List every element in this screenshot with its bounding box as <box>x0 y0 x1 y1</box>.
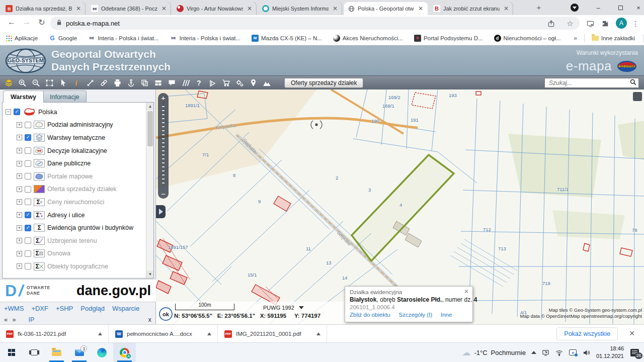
download-menu-icon[interactable] <box>316 332 320 335</box>
tray-expand-icon[interactable] <box>531 351 536 354</box>
profile-avatar[interactable]: A <box>616 18 627 29</box>
bookmark-star-icon[interactable]: ☆ <box>566 19 575 28</box>
expand-icon[interactable]: + <box>17 148 22 153</box>
tray-app-icon[interactable]: e <box>569 348 577 356</box>
measure-icon[interactable] <box>85 78 96 88</box>
sidebar-close-button[interactable]: x <box>148 316 152 323</box>
expand-icon[interactable]: + <box>17 251 22 256</box>
volume-icon[interactable] <box>583 348 591 356</box>
crs-selector[interactable]: PUWG 1992 <box>263 305 304 311</box>
layer-label[interactable]: Dane publiczne <box>47 160 91 167</box>
layers-icon[interactable] <box>3 78 14 88</box>
layer-label[interactable]: Decyzje lokalizacyjne <box>47 147 107 154</box>
bookmark-item[interactable]: intInteria - Polska i świat... <box>170 35 240 42</box>
chrome-button[interactable]: A <box>113 343 136 362</box>
weather-widget[interactable]: ☁ -1°C Pochmurnie <box>462 348 526 357</box>
scroll-down-icon[interactable]: ▼ <box>146 270 154 278</box>
edge-button[interactable] <box>91 343 113 362</box>
layer-checkbox[interactable] <box>25 134 31 141</box>
zoom-to-object-link[interactable]: Zbliż do obiektu <box>350 312 390 318</box>
layer-checkbox[interactable] <box>25 199 31 205</box>
taskbar-clock[interactable]: 18:46 01.12.2021 <box>596 345 624 360</box>
bookmarks-overflow-icon[interactable]: » <box>574 35 577 42</box>
browser-chevron-badge-icon[interactable] <box>571 4 579 12</box>
tab-informacje[interactable]: Informacje <box>42 90 87 103</box>
pager-first-icon[interactable]: « <box>4 316 8 323</box>
start-button[interactable] <box>0 343 23 362</box>
layer-checkbox[interactable] <box>25 263 31 269</box>
sidebar-link[interactable]: Podgląd <box>80 305 105 312</box>
sidebar-link[interactable]: +DXF <box>31 305 48 312</box>
select-area-icon[interactable] <box>44 78 55 88</box>
browser-tab[interactable]: BJak zrobić zrzut ekranu | Bi✕ <box>430 2 513 15</box>
bookmark-item[interactable]: dNieruchomości – ogł... <box>494 35 561 42</box>
omnibox[interactable]: polska.e-mapa.net <box>50 17 580 30</box>
map-zoom-in-icon[interactable]: + <box>158 94 169 102</box>
other-link[interactable]: Inne <box>441 312 452 318</box>
panels-icon[interactable] <box>152 78 164 88</box>
bookmark-item[interactable]: GGoogle <box>49 35 77 42</box>
search-icon[interactable] <box>630 78 636 87</box>
ok-button[interactable]: ok <box>159 307 173 321</box>
bookmark-item[interactable]: Aplikacje <box>5 35 38 42</box>
sidebar-expand-arrow[interactable] <box>156 205 166 218</box>
layer-checkbox[interactable] <box>25 237 31 244</box>
parallel-measure-icon[interactable] <box>180 78 191 88</box>
layer-label[interactable]: Ceny nieruchomości <box>47 199 104 206</box>
details-link[interactable]: Szczegóły (I) <box>399 312 432 318</box>
scroll-up-icon[interactable]: ▲ <box>146 103 154 110</box>
download-chip[interactable]: PDFIMG_20211201_0001.pdf <box>218 325 327 343</box>
expand-icon[interactable]: + <box>17 212 22 218</box>
map-viewport[interactable]: 1891/1169/2169/11901911937/189234111315/… <box>156 89 644 324</box>
expand-icon[interactable]: + <box>17 238 22 243</box>
share-icon[interactable] <box>546 19 555 28</box>
map-corner-control[interactable] <box>633 92 642 101</box>
sidebar-link[interactable]: Wsparcie <box>112 305 139 312</box>
bookmark-item[interactable]: intInteria - Polska i świat... <box>88 35 158 42</box>
tray-display-icon[interactable] <box>542 348 550 356</box>
layer-label[interactable]: Podział administracyjny <box>47 121 113 128</box>
download-icon[interactable] <box>125 78 136 88</box>
browser-tab[interactable]: Miejski System Informacji P✕ <box>259 2 342 15</box>
download-menu-icon[interactable] <box>207 332 211 335</box>
copy-icon[interactable] <box>139 78 150 88</box>
reload-icon[interactable]: ↻ <box>36 18 47 27</box>
print-icon[interactable] <box>112 78 123 88</box>
tab-warstwy[interactable]: Warstwy <box>3 90 44 103</box>
expand-icon[interactable]: + <box>17 161 22 166</box>
window-minimize-button[interactable]: – <box>588 0 609 15</box>
tree-scrollbar[interactable]: ▲ ▼ <box>146 103 153 278</box>
search-input[interactable] <box>549 79 630 86</box>
map-search[interactable] <box>544 78 639 88</box>
tab-close-icon[interactable]: ✕ <box>332 5 339 12</box>
bookmark-item[interactable]: Akces Nieruchomości... <box>333 35 403 42</box>
layer-checkbox[interactable] <box>25 160 31 167</box>
layer-label[interactable]: Oferta sprzedaży działek <box>47 186 117 193</box>
layer-label[interactable]: Polska <box>38 109 57 116</box>
bookmark-item[interactable]: MMazda CX-5 (KE) – N... <box>252 35 322 42</box>
layer-label[interactable]: Uzbrojenie terenu <box>47 237 97 244</box>
layer-label[interactable]: Warstwy tematyczne <box>47 134 105 141</box>
mail-button[interactable]: 3 <box>68 343 91 362</box>
zoom-in-icon[interactable] <box>17 78 28 88</box>
poi-icon[interactable] <box>248 78 259 88</box>
layer-label[interactable]: Portale mapowe <box>47 173 93 180</box>
extensions-puzzle-icon[interactable] <box>601 19 610 28</box>
cart-icon[interactable] <box>220 78 231 88</box>
download-chip[interactable]: PDFfk-036-11-2021.pdf <box>0 325 109 343</box>
layer-checkbox[interactable] <box>25 250 31 257</box>
download-menu-icon[interactable] <box>98 332 102 335</box>
downloads-close-icon[interactable]: ✕ <box>629 329 635 337</box>
expand-icon[interactable]: + <box>17 199 22 205</box>
pointer-icon[interactable] <box>57 78 68 88</box>
map-zoom-slider[interactable] <box>162 106 165 186</box>
wifi-icon[interactable] <box>555 348 564 356</box>
layer-checkbox[interactable] <box>14 109 20 115</box>
other-bookmarks-button[interactable]: Inne zakładki <box>592 35 635 41</box>
extension-monitor-icon[interactable] <box>586 19 595 28</box>
bookmark-item[interactable]: 6Portal Podsystemu D... <box>414 35 483 42</box>
notification-center-icon[interactable]: 26 <box>630 349 639 356</box>
browser-tab[interactable]: intOdebrane (368) - Poczta w✕ <box>88 2 171 15</box>
forward-icon[interactable]: → <box>21 18 32 27</box>
scrollbar-thumb[interactable] <box>147 111 153 146</box>
